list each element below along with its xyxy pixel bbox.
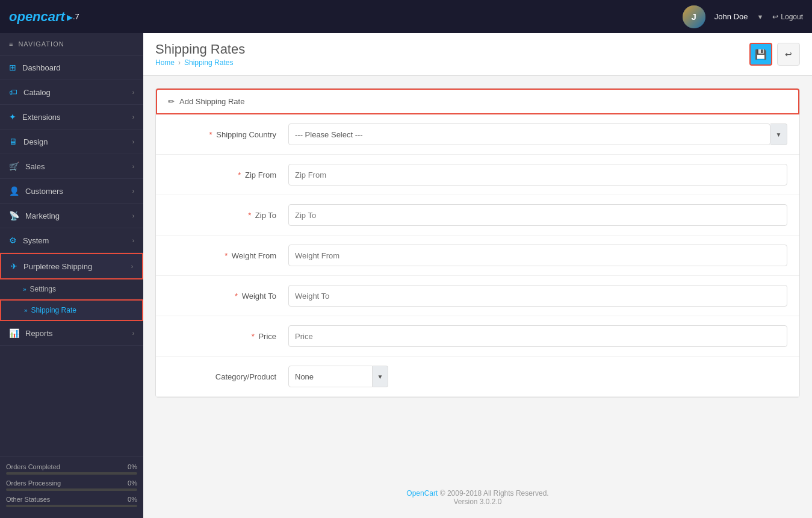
design-arrow-icon: › <box>132 139 134 145</box>
sidebar-item-system[interactable]: ⚙ System › <box>0 228 143 253</box>
label-price: * Price <box>168 332 288 341</box>
layout: ≡ NAVIGATION ⊞ Dashboard 🏷 Catalog › ✦ E… <box>0 33 812 518</box>
footer-brand[interactable]: OpenCart <box>406 489 438 498</box>
stat-orders-completed: Orders Completed 0% <box>6 463 137 475</box>
shipping-country-select[interactable]: --- Please Select --- <box>288 123 770 145</box>
logout-button[interactable]: ↩ Logout <box>772 13 803 21</box>
field-category-product: Category/Product None ▼ <box>156 357 799 397</box>
label-shipping-country: * Shipping Country <box>168 130 288 139</box>
field-weight-from: * Weight From <box>156 236 799 276</box>
stats-section: Orders Completed 0% Orders Processing 0% <box>0 457 143 518</box>
sidebar-item-reports[interactable]: 📊 Reports › <box>0 321 143 346</box>
topbar-right: J John Doe ▼ ↩ Logout <box>683 5 803 28</box>
stat-orders-completed-bar <box>6 472 137 475</box>
pencil-icon: ✏ <box>168 97 175 106</box>
sidebar-item-label-design: Design <box>23 137 48 146</box>
field-weight-to: * Weight To <box>156 276 799 316</box>
breadcrumb-separator: › <box>178 58 181 67</box>
design-icon: 🖥 <box>9 137 17 146</box>
sidebar-item-design[interactable]: 🖥 Design › <box>0 130 143 154</box>
reports-arrow-icon: › <box>132 330 134 337</box>
breadcrumb: Home › Shipping Rates <box>155 58 245 67</box>
back-icon: ↩ <box>785 49 792 59</box>
label-zip-to: * Zip To <box>168 211 288 220</box>
zip-to-input[interactable] <box>288 204 787 226</box>
sidebar-item-label-extensions: Extensions <box>22 113 61 122</box>
stat-orders-completed-value: 0% <box>128 463 137 470</box>
sidebar-item-sales[interactable]: 🛒 Sales › <box>0 154 143 179</box>
field-zip-from: * Zip From <box>156 155 799 195</box>
logout-label: Logout <box>781 13 803 21</box>
zip-from-input[interactable] <box>288 164 787 186</box>
catalog-arrow-icon: › <box>132 89 134 96</box>
system-icon: ⚙ <box>9 236 17 245</box>
sidebar: ≡ NAVIGATION ⊞ Dashboard 🏷 Catalog › ✦ E… <box>0 33 143 518</box>
sidebar-item-catalog[interactable]: 🏷 Catalog › <box>0 80 143 105</box>
form-card-title: Add Shipping Rate <box>179 97 244 106</box>
marketing-icon: 📡 <box>9 211 19 220</box>
stat-other-statuses-value: 0% <box>128 496 137 503</box>
sales-icon: 🛒 <box>9 161 19 171</box>
stat-orders-processing-bar <box>6 488 137 491</box>
label-weight-to: * Weight To <box>168 292 288 301</box>
shipping-rate-sub-arrow-icon: » <box>24 307 28 314</box>
page-header: Shipping Rates Home › Shipping Rates 💾 ↩ <box>143 33 812 76</box>
user-name[interactable]: John Doe <box>714 12 748 21</box>
label-category-product: Category/Product <box>168 372 288 381</box>
avatar-initial: J <box>692 11 696 22</box>
nav-header-icon: ≡ <box>9 40 13 48</box>
sidebar-item-dashboard[interactable]: ⊞ Dashboard <box>0 55 143 80</box>
sidebar-item-extensions[interactable]: ✦ Extensions › <box>0 105 143 130</box>
back-button[interactable]: ↩ <box>777 43 800 66</box>
stat-orders-processing-value: 0% <box>128 479 137 487</box>
sidebar-item-customers[interactable]: 👤 Customers › <box>0 179 143 204</box>
stat-other-statuses: Other Statuses 0% <box>6 496 137 507</box>
user-dropdown-icon[interactable]: ▼ <box>757 13 763 20</box>
catalog-icon: 🏷 <box>9 87 17 97</box>
logout-icon: ↩ <box>772 13 778 21</box>
footer-version: Version 3.0.2.0 <box>155 498 800 506</box>
breadcrumb-home[interactable]: Home <box>155 58 175 67</box>
sidebar-item-label-purpletree: Purpletree Shipping <box>23 262 92 271</box>
field-shipping-country: * Shipping Country --- Please Select ---… <box>156 114 799 155</box>
sidebar-item-label-sales: Sales <box>25 162 45 171</box>
page-body: ✏ Add Shipping Rate * Shipping Country <box>143 76 812 477</box>
settings-sub-arrow-icon: » <box>23 286 26 293</box>
sidebar-subitem-settings[interactable]: » Settings <box>0 279 143 299</box>
save-button[interactable]: 💾 <box>749 43 772 66</box>
purpletree-arrow-icon: › <box>131 263 133 270</box>
page-title: Shipping Rates <box>155 42 245 57</box>
field-zip-to: * Zip To <box>156 195 799 236</box>
stat-orders-processing: Orders Processing 0% <box>6 479 137 491</box>
avatar: J <box>683 5 705 28</box>
sidebar-item-label-marketing: Marketing <box>25 211 60 220</box>
sidebar-item-label-reports: Reports <box>25 329 53 338</box>
dashboard-icon: ⊞ <box>9 63 16 72</box>
footer: OpenCart © 2009-2018 All Rights Reserved… <box>143 477 812 518</box>
weight-from-input[interactable] <box>288 245 787 266</box>
page-title-area: Shipping Rates Home › Shipping Rates <box>155 42 245 67</box>
category-product-select[interactable]: None <box>288 366 373 387</box>
sidebar-item-purpletree[interactable]: ✈ Purpletree Shipping › <box>0 253 143 279</box>
stat-other-statuses-label: Other Statuses <box>6 496 50 503</box>
field-price: * Price <box>156 316 799 357</box>
logo-icon: ▸ <box>67 10 73 24</box>
sidebar-subitem-label-shipping-rate: Shipping Rate <box>31 306 76 314</box>
page-actions: 💾 ↩ <box>749 43 800 66</box>
form-body: * Shipping Country --- Please Select ---… <box>156 114 799 397</box>
sidebar-item-label-customers: Customers <box>25 187 63 196</box>
sidebar-item-label-catalog: Catalog <box>23 88 51 97</box>
system-arrow-icon: › <box>132 237 134 244</box>
shipping-country-arrow-icon[interactable]: ▼ <box>770 123 787 145</box>
category-product-arrow-icon[interactable]: ▼ <box>373 366 388 387</box>
form-card: ✏ Add Shipping Rate * Shipping Country <box>155 88 800 398</box>
stat-orders-processing-label: Orders Processing <box>6 479 61 487</box>
nav-header: ≡ NAVIGATION <box>0 33 143 55</box>
sidebar-item-marketing[interactable]: 📡 Marketing › <box>0 204 143 228</box>
price-input[interactable] <box>288 325 787 347</box>
topbar: opencart ▸ .7 J John Doe ▼ ↩ Logout <box>0 0 812 33</box>
logo: opencart ▸ .7 <box>9 9 79 25</box>
sidebar-subitem-shipping-rate[interactable]: » Shipping Rate <box>0 299 143 321</box>
weight-to-input[interactable] <box>288 285 787 307</box>
extensions-icon: ✦ <box>9 112 16 122</box>
